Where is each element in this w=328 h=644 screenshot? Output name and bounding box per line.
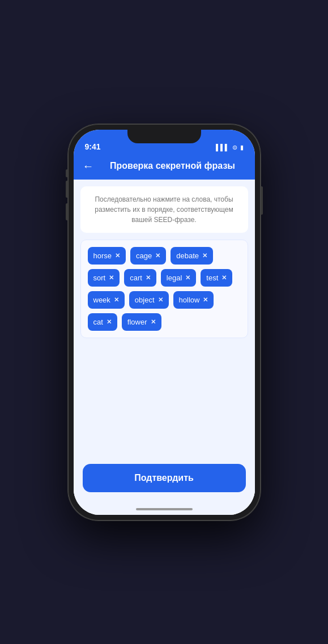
remove-icon: ✕ bbox=[185, 274, 190, 282]
word-label: cage bbox=[136, 251, 152, 260]
volume-down-button bbox=[66, 203, 68, 220]
word-label: horse bbox=[93, 251, 112, 260]
remove-icon: ✕ bbox=[155, 252, 160, 259]
header: ← Проверка секретной фразы bbox=[74, 155, 255, 180]
word-chip-cage[interactable]: cage✕ bbox=[130, 247, 166, 265]
word-label: hollow bbox=[179, 296, 200, 304]
main-content: Последовательно нажмите на слова, чтобы … bbox=[74, 180, 255, 514]
description-area: Последовательно нажмите на слова, чтобы … bbox=[80, 186, 248, 233]
spacer bbox=[74, 338, 255, 457]
word-label: sort bbox=[93, 274, 106, 282]
phone-screen: 9:41 ▌▌▌ ⊜ ▮ ← Проверка секретной фразы … bbox=[74, 130, 255, 515]
remove-icon: ✕ bbox=[107, 318, 112, 326]
word-label: object bbox=[135, 296, 155, 304]
mute-button bbox=[66, 169, 68, 177]
confirm-area: Подтвердить bbox=[74, 457, 255, 504]
word-chip-cart[interactable]: cart✕ bbox=[124, 269, 156, 287]
word-chip-test[interactable]: test✕ bbox=[201, 269, 232, 287]
word-label: legal bbox=[167, 274, 182, 282]
home-indicator bbox=[74, 504, 255, 515]
word-label: test bbox=[206, 274, 218, 282]
volume-up-button bbox=[66, 181, 68, 198]
word-label: cart bbox=[130, 274, 142, 282]
remove-icon: ✕ bbox=[158, 296, 163, 304]
home-bar bbox=[136, 508, 193, 510]
remove-icon: ✕ bbox=[202, 252, 207, 259]
word-chip-horse[interactable]: horse✕ bbox=[88, 247, 126, 265]
status-time: 9:41 bbox=[85, 142, 101, 151]
battery-icon: ▮ bbox=[240, 144, 244, 151]
word-label: cat bbox=[93, 318, 103, 326]
status-icons: ▌▌▌ ⊜ ▮ bbox=[216, 144, 243, 151]
description-text: Последовательно нажмите на слова, чтобы … bbox=[87, 194, 241, 225]
phone-frame: 9:41 ▌▌▌ ⊜ ▮ ← Проверка секретной фразы … bbox=[68, 124, 261, 521]
word-label: flower bbox=[127, 318, 147, 326]
words-container: horse✕cage✕debate✕sort✕cart✕legal✕test✕w… bbox=[80, 240, 248, 338]
word-chip-debate[interactable]: debate✕ bbox=[171, 247, 213, 265]
word-chip-legal[interactable]: legal✕ bbox=[161, 269, 196, 287]
remove-icon: ✕ bbox=[109, 274, 114, 282]
remove-icon: ✕ bbox=[203, 296, 208, 304]
word-label: debate bbox=[176, 251, 199, 260]
remove-icon: ✕ bbox=[115, 252, 120, 259]
remove-icon: ✕ bbox=[221, 274, 227, 282]
remove-icon: ✕ bbox=[146, 274, 151, 282]
word-chip-sort[interactable]: sort✕ bbox=[88, 269, 120, 287]
word-chip-week[interactable]: week✕ bbox=[88, 291, 125, 309]
word-chip-hollow[interactable]: hollow✕ bbox=[173, 291, 214, 309]
confirm-button[interactable]: Подтвердить bbox=[83, 464, 246, 492]
remove-icon: ✕ bbox=[151, 318, 156, 326]
signal-icon: ▌▌▌ bbox=[216, 144, 229, 151]
page-title: Проверка секретной фразы bbox=[100, 160, 246, 172]
word-chip-cat[interactable]: cat✕ bbox=[88, 313, 117, 331]
word-chip-flower[interactable]: flower✕ bbox=[122, 313, 161, 331]
back-button[interactable]: ← bbox=[83, 160, 94, 172]
power-button bbox=[261, 186, 263, 215]
notch bbox=[127, 130, 201, 143]
word-label: week bbox=[93, 296, 110, 304]
wifi-icon: ⊜ bbox=[232, 144, 237, 151]
remove-icon: ✕ bbox=[114, 296, 119, 304]
word-chip-object[interactable]: object✕ bbox=[129, 291, 169, 309]
